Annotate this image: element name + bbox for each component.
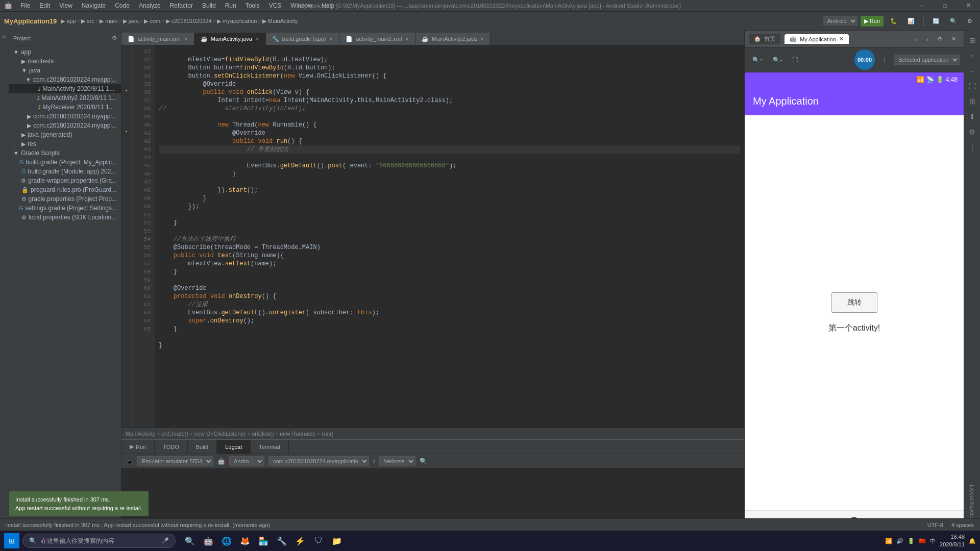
menu-tools[interactable]: Tools xyxy=(241,1,264,10)
tab-close[interactable]: ✕ xyxy=(184,36,188,42)
taskbar-browser1[interactable]: 🌐 xyxy=(219,534,234,548)
device-zoom-in[interactable]: 🔍+ xyxy=(749,55,766,65)
bc-run[interactable]: run() xyxy=(322,431,333,437)
maximize-button[interactable]: □ xyxy=(933,0,957,11)
settings-button[interactable]: ⚙ xyxy=(964,16,976,27)
bc-oncreate[interactable]: onCreate() xyxy=(161,431,188,437)
taskbar-cortana[interactable]: 🔍 xyxy=(183,534,197,548)
tree-gradle-scripts[interactable]: ▼ Gradle Scripts xyxy=(9,148,121,158)
tree-package2[interactable]: ▶ com.c201801020224.myappl... xyxy=(9,112,121,121)
taskbar-store[interactable]: 🏪 xyxy=(256,534,271,548)
bc-onclick[interactable]: onClick() xyxy=(252,431,274,437)
device-fullscreen[interactable]: ⛶ xyxy=(789,55,801,65)
tree-gradle-wrapper[interactable]: ⚙ gradle-wrapper.properties (Gra... xyxy=(9,176,121,185)
tab-build[interactable]: Build xyxy=(188,440,217,454)
code-editor[interactable]: • • 3132333435 3637383940 4142434445 464… xyxy=(121,45,744,428)
bc-package[interactable]: ▶ c201801020224 xyxy=(166,18,212,24)
notification-icon[interactable]: 🔔 xyxy=(969,538,976,544)
tree-mainactivity[interactable]: J MainActivity 2020/8/11 1... xyxy=(9,84,121,93)
bc-app[interactable]: ▶ app xyxy=(61,18,76,24)
tab-activity-main-xml[interactable]: 📄 activity_main.xml ✕ xyxy=(121,33,194,45)
search-icon[interactable]: 🔍 xyxy=(420,458,427,465)
minimize-button[interactable]: ─ xyxy=(910,0,933,11)
taskbar-android-studio[interactable]: 🤖 xyxy=(201,534,215,548)
menu-analyze[interactable]: Analyze xyxy=(135,1,165,10)
code-content[interactable]: mTextView=findViewById(R.id.textView); B… xyxy=(155,45,744,428)
tree-java-generated[interactable]: ▶ java (generated) xyxy=(9,130,121,139)
structure-toggle[interactable]: S xyxy=(1,33,8,40)
bc-com[interactable]: ▶ com xyxy=(144,18,160,24)
input-method[interactable]: 中 xyxy=(930,537,936,545)
menu-vcs[interactable]: VCS xyxy=(265,1,286,10)
right-tool-add[interactable]: + xyxy=(965,48,979,63)
tree-app[interactable]: ▼ app xyxy=(9,47,121,57)
taskbar-tool2[interactable]: ⚡ xyxy=(293,534,307,548)
bc-mainactivity[interactable]: MainActivity xyxy=(126,431,156,437)
search-button[interactable]: 🔍 xyxy=(946,16,961,27)
device-tab-app[interactable]: 🤖 My Application ✕ xyxy=(785,34,849,44)
voice-search-icon[interactable]: 🎤 xyxy=(161,537,169,544)
debug-button[interactable]: 🐛 xyxy=(887,16,901,27)
bc-main[interactable]: ▶ main xyxy=(100,18,117,24)
menu-edit[interactable]: Edit xyxy=(35,1,54,10)
taskbar-files[interactable]: 📁 xyxy=(330,534,344,548)
tree-res[interactable]: ▶ res xyxy=(9,139,121,148)
bc-runnable[interactable]: new Runnable xyxy=(280,431,315,437)
bc-src[interactable]: ▶ src xyxy=(81,18,94,24)
taskbar-search[interactable]: 🔍 在这里输入你要搜索的内容 🎤 xyxy=(22,534,176,548)
tree-package1[interactable]: ▼ com.c201801020224.myappl... xyxy=(9,75,121,84)
menu-navigate[interactable]: Navigate xyxy=(78,1,110,10)
right-tool-minus[interactable]: − xyxy=(965,64,979,78)
tab-run[interactable]: ▶ Run xyxy=(121,440,155,454)
prev-button[interactable]: ‹ xyxy=(912,34,921,44)
bc-onclicklistener[interactable]: new OnClickListener xyxy=(194,431,246,437)
tree-java[interactable]: ▼ java xyxy=(9,66,121,75)
verbose-select[interactable]: Verbose xyxy=(379,456,415,466)
bc-mainactivity[interactable]: ▶ MainActivity xyxy=(262,18,298,24)
next-button[interactable]: › xyxy=(923,34,932,44)
device-zoom-out[interactable]: 🔍- xyxy=(769,55,786,65)
tree-local-properties[interactable]: ⚙ local.properties (SDK Location... xyxy=(9,213,121,222)
profile-button[interactable]: 📊 xyxy=(904,16,918,27)
sync-button[interactable]: 🔄 xyxy=(929,16,943,27)
menu-code[interactable]: Code xyxy=(111,1,134,10)
taskbar-tool1[interactable]: 🔧 xyxy=(275,534,289,548)
close-panel-button[interactable]: ✕ xyxy=(948,34,960,44)
tab-close[interactable]: ✕ xyxy=(255,36,259,42)
right-tool-download[interactable]: ⬇ xyxy=(965,110,979,124)
menu-view[interactable]: View xyxy=(55,1,77,10)
android-version-select[interactable]: Android xyxy=(823,16,857,26)
jump-button[interactable]: 跳转 xyxy=(831,292,877,313)
taskbar-tool3[interactable]: 🛡 xyxy=(311,534,326,548)
close-button[interactable]: ✕ xyxy=(957,0,980,11)
tab-activity-main2-xml[interactable]: 📄 activity_main2.xml ✕ xyxy=(339,33,415,45)
tab-logcat[interactable]: Logcat xyxy=(217,440,251,454)
tree-myreceiver[interactable]: J MyReceiver 2020/8/11 1... xyxy=(9,103,121,112)
right-tool-full[interactable]: ⛶ xyxy=(965,79,979,93)
run-app-button[interactable]: ▶ Run xyxy=(861,16,884,27)
tree-manifests[interactable]: ▶ manifests xyxy=(9,57,121,66)
emulator-select[interactable]: Emulator emulator-5554 xyxy=(137,456,213,466)
tree-settings-gradle[interactable]: G settings.gradle (Project Settings... xyxy=(9,204,121,213)
bc-myapp[interactable]: ▶ myapplication xyxy=(217,18,257,24)
tree-package3[interactable]: ▶ com.c201801020224.myappl... xyxy=(9,121,121,130)
menu-build[interactable]: Build xyxy=(198,1,220,10)
refresh-button[interactable]: ⟳ xyxy=(934,34,946,44)
project-panel-gear[interactable]: ⚙ xyxy=(112,35,117,41)
tree-gradle-project[interactable]: G build.gradle (Project: My_Applic... xyxy=(9,158,121,167)
menu-run[interactable]: Run xyxy=(221,1,240,10)
tab-close[interactable]: ✕ xyxy=(329,36,333,42)
tab-terminal[interactable]: Terminal xyxy=(251,440,289,454)
tree-gradle-properties[interactable]: ⚙ gradle.properties (Project Prop... xyxy=(9,194,121,204)
right-tool-more[interactable]: ⋮ xyxy=(965,140,979,155)
tree-proguard[interactable]: 🔒 proguard-rules.pro (ProGuard... xyxy=(9,185,121,194)
tab-mainactivity-java[interactable]: ☕ MainActivity.java ✕ xyxy=(194,33,266,45)
tab-close[interactable]: ✕ xyxy=(405,36,409,42)
tab-mainactivity2-java[interactable]: ☕ MainActivity2.java ✕ xyxy=(415,33,491,45)
taskbar-browser2[interactable]: 🦊 xyxy=(238,534,252,548)
right-tool-grid[interactable]: ⊞ xyxy=(965,94,979,109)
tab-close[interactable]: ✕ xyxy=(480,36,484,42)
android-version-select[interactable]: Andro... xyxy=(229,456,264,466)
right-tool-structure[interactable]: ⊞ xyxy=(965,33,979,47)
menu-file[interactable]: File xyxy=(16,1,34,10)
